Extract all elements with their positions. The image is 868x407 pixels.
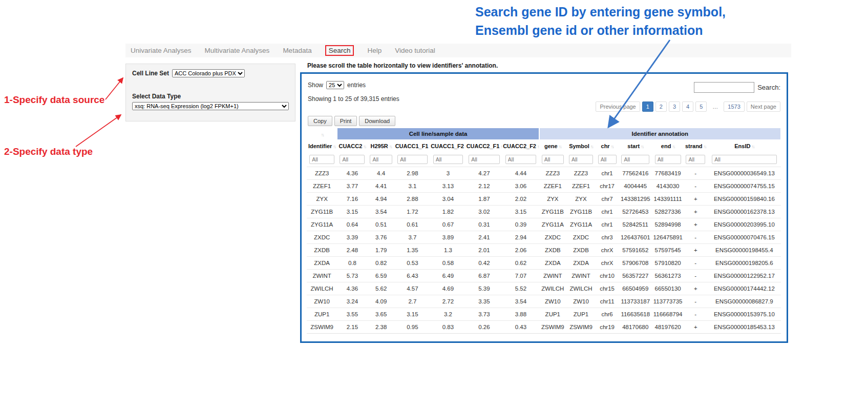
sort-icon[interactable]: ↑↓ bbox=[559, 144, 561, 149]
table-cell: 3.89 bbox=[430, 231, 465, 244]
table-cell: 57591652 bbox=[619, 244, 652, 257]
filter-input-cuacc2[interactable] bbox=[340, 155, 365, 164]
table-row: ZXDA0.80.820.530.580.420.62ZXDAZXDAchrX5… bbox=[307, 257, 781, 270]
table-cell: 7.16 bbox=[337, 193, 367, 206]
page-button-4[interactable]: 4 bbox=[682, 101, 693, 112]
filter-input-cuacc2_f1[interactable] bbox=[469, 155, 499, 164]
page-length-select[interactable]: 25 bbox=[326, 81, 344, 89]
table-cell: 7.07 bbox=[502, 270, 539, 282]
column-header-symbol[interactable]: Symbol↑↓ bbox=[566, 139, 596, 153]
filter-input-ensid[interactable] bbox=[712, 155, 776, 164]
page-button-1[interactable]: 1 bbox=[642, 101, 653, 112]
column-header-end[interactable]: end↑↓ bbox=[652, 139, 683, 153]
page-button-5[interactable]: 5 bbox=[695, 101, 707, 112]
sort-icon[interactable]: ↑↓ bbox=[363, 144, 366, 149]
column-header-start[interactable]: start↑↓ bbox=[619, 139, 652, 153]
table-cell: ZZEF1 bbox=[539, 180, 566, 193]
filter-input-end[interactable] bbox=[655, 155, 681, 164]
column-header-chr[interactable]: chr↑↓ bbox=[596, 139, 619, 153]
table-cell: 3.15 bbox=[337, 206, 367, 218]
sort-icon[interactable]: ↑↓ bbox=[611, 144, 613, 149]
filter-input-cuacc2_f2[interactable] bbox=[505, 155, 536, 164]
table-cell: 2.38 bbox=[368, 321, 395, 334]
red-arrow-1 bbox=[105, 78, 123, 99]
nav-item-univariate-analyses[interactable]: Univariate Analyses bbox=[131, 47, 192, 54]
page-button-1573[interactable]: 1573 bbox=[724, 101, 744, 112]
show-entries-control: Show 25 entries bbox=[308, 81, 366, 89]
table-cell: 66550130 bbox=[652, 282, 683, 295]
sort-icon[interactable]: ↑↓ bbox=[751, 144, 754, 149]
column-header-identifier[interactable]: Identifier↑↓ bbox=[307, 139, 337, 153]
filter-input-gene[interactable] bbox=[542, 155, 564, 164]
download-button[interactable]: Download bbox=[359, 116, 395, 126]
table-cell: - bbox=[684, 308, 708, 321]
sort-icon[interactable]: ↑↓ bbox=[537, 144, 539, 149]
table-cell: chr11 bbox=[596, 295, 619, 308]
table-cell: 3.2 bbox=[430, 308, 465, 321]
column-label: H295R bbox=[370, 143, 388, 149]
sort-icon[interactable]: ↑↓ bbox=[704, 144, 706, 149]
table-cell: 1.82 bbox=[430, 206, 465, 218]
table-cell: 4.27 bbox=[466, 167, 503, 180]
table-cell: ENSG00000174442.12 bbox=[708, 282, 781, 295]
nav-item-search[interactable]: Search bbox=[325, 45, 354, 56]
table-cell: 52842511 bbox=[619, 218, 652, 231]
column-header-cuacc2_f2[interactable]: CUACC2_F2↑↓ bbox=[502, 139, 539, 153]
column-header-ensid[interactable]: EnsID↑↓ bbox=[708, 139, 781, 153]
filter-input-cuacc1_f1[interactable] bbox=[397, 155, 427, 164]
column-label: CUACC2 bbox=[338, 143, 362, 149]
table-cell: 116635618 bbox=[619, 308, 652, 321]
sort-icon[interactable]: ↑↓ bbox=[465, 144, 466, 149]
sort-icon[interactable]: ↑↓ bbox=[672, 144, 674, 149]
table-row: ZZEF13.774.413.13.132.123.06ZZEF1ZZEF1ch… bbox=[307, 180, 781, 193]
table-cell: 3.76 bbox=[368, 231, 395, 244]
column-header-cuacc2[interactable]: CUACC2↑↓ bbox=[337, 139, 367, 153]
filter-input-cuacc1_f2[interactable] bbox=[433, 155, 463, 164]
column-header-cuacc1_f2[interactable]: CUACC1_F2↑↓ bbox=[430, 139, 465, 153]
print-button[interactable]: Print bbox=[334, 116, 357, 126]
sort-icon[interactable]: ↑↓ bbox=[389, 144, 392, 149]
page-button-2[interactable]: 2 bbox=[655, 101, 667, 112]
sort-icon[interactable]: ↑↓ bbox=[333, 144, 335, 149]
table-cell: 48170680 bbox=[619, 321, 652, 334]
table-search-input[interactable] bbox=[694, 82, 754, 93]
column-header-gene[interactable]: gene↑↓ bbox=[539, 139, 566, 153]
nav-item-video-tutorial[interactable]: Video tutorial bbox=[395, 47, 435, 54]
sort-icon[interactable]: ↑↓ bbox=[641, 144, 643, 149]
column-header-cuacc1_f1[interactable]: CUACC1_F1↑↓ bbox=[395, 139, 430, 153]
sort-icon[interactable]: ↑↓ bbox=[429, 144, 430, 149]
filter-input-h295r[interactable] bbox=[370, 155, 392, 164]
table-cell: + bbox=[684, 193, 708, 206]
filter-input-chr[interactable] bbox=[598, 155, 617, 164]
filter-input-identifier[interactable] bbox=[309, 155, 334, 164]
previous-page-button[interactable]: Previous page bbox=[596, 101, 640, 112]
next-page-button[interactable]: Next page bbox=[747, 101, 780, 112]
cell-line-set-select[interactable]: ACC Colorado plus PDX bbox=[172, 69, 245, 77]
table-cell: 4143030 bbox=[652, 180, 683, 193]
filter-row bbox=[307, 153, 781, 167]
table-cell: chr19 bbox=[596, 321, 619, 334]
filter-input-strand[interactable] bbox=[686, 155, 705, 164]
table-cell: 6.43 bbox=[395, 270, 430, 282]
table-cell: 3.15 bbox=[395, 308, 430, 321]
page-button-3[interactable]: 3 bbox=[669, 101, 680, 112]
copy-button[interactable]: Copy bbox=[308, 116, 332, 126]
nav-item-multivariate-analyses[interactable]: Multivariate Analyses bbox=[205, 47, 270, 54]
table-cell: 3.77 bbox=[337, 180, 367, 193]
filter-input-start[interactable] bbox=[621, 155, 649, 164]
column-header-cuacc2_f1[interactable]: CUACC2_F1↑↓ bbox=[466, 139, 503, 153]
table-cell: ZYG11A bbox=[307, 218, 337, 231]
sort-icon[interactable]: ↑↓ bbox=[321, 132, 324, 137]
pagination: Previous page12345…1573Next page bbox=[596, 101, 780, 112]
nav-item-metadata[interactable]: Metadata bbox=[283, 47, 311, 54]
data-type-select[interactable]: xsq: RNA-seq Expression (log2 FPKM+1) bbox=[132, 102, 289, 110]
sort-icon[interactable]: ↑↓ bbox=[590, 144, 593, 149]
table-cell: ZXDA bbox=[566, 257, 596, 270]
table-wrap: ↑↓Cell line/sample dataIdentifier annota… bbox=[307, 128, 781, 334]
nav-item-help[interactable]: Help bbox=[367, 47, 382, 54]
table-cell: 2.98 bbox=[395, 167, 430, 180]
filter-input-symbol[interactable] bbox=[569, 155, 593, 164]
column-header-h295r[interactable]: H295R↑↓ bbox=[368, 139, 395, 153]
column-header-strand[interactable]: strand↑↓ bbox=[684, 139, 708, 153]
sort-icon[interactable]: ↑↓ bbox=[500, 144, 502, 149]
